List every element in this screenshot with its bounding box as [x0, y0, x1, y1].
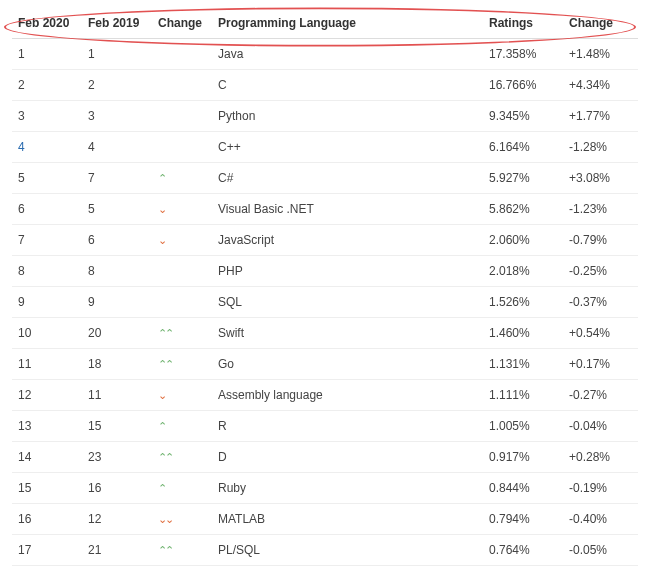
table-row: 1721⌃⌃PL/SQL0.764%-0.05%: [12, 535, 638, 566]
cell-language: Go: [212, 349, 483, 380]
cell-change: ⌃: [152, 411, 212, 442]
cell-language: JavaScript: [212, 225, 483, 256]
chevron-up-icon: ⌃: [158, 173, 167, 184]
cell-rank-now: 10: [12, 318, 82, 349]
chevron-up-icon: ⌃: [158, 421, 167, 432]
cell-rank-now: 7: [12, 225, 82, 256]
cell-ratings: 1.111%: [483, 380, 563, 411]
cell-ratings: 16.766%: [483, 70, 563, 101]
tiobe-rankings-table: Feb 2020 Feb 2019 Change Programming Lan…: [12, 8, 638, 574]
table-row: 33Python9.345%+1.77%: [12, 101, 638, 132]
cell-delta: -0.19%: [563, 473, 638, 504]
chevron-up-icon: ⌃: [158, 483, 167, 494]
cell-delta: -0.04%: [563, 411, 638, 442]
cell-rank-prev: 5: [82, 194, 152, 225]
cell-rank-now: 5: [12, 163, 82, 194]
cell-ratings: 0.794%: [483, 504, 563, 535]
cell-delta: -1.28%: [563, 132, 638, 163]
cell-language: C#: [212, 163, 483, 194]
cell-language: Java: [212, 39, 483, 70]
cell-language: Python: [212, 101, 483, 132]
cell-language: C: [212, 70, 483, 101]
cell-rank-now: 8: [12, 256, 82, 287]
cell-rank-prev: 6: [82, 225, 152, 256]
cell-delta: -0.05%: [563, 535, 638, 566]
chevron-down-icon: ⌄: [158, 235, 167, 246]
cell-rank-prev: 14: [82, 566, 152, 575]
chevron-down-icon: ⌄: [158, 390, 167, 401]
table-row: 99SQL1.526%-0.37%: [12, 287, 638, 318]
cell-ratings: 2.060%: [483, 225, 563, 256]
cell-delta: +4.34%: [563, 70, 638, 101]
cell-delta: -0.32%: [563, 566, 638, 575]
table-row: 57⌃C#5.927%+3.08%: [12, 163, 638, 194]
double-chevron-up-icon: ⌃⌃: [158, 359, 172, 370]
cell-ratings: 2.018%: [483, 256, 563, 287]
cell-language: Ruby: [212, 473, 483, 504]
cell-ratings: 1.005%: [483, 411, 563, 442]
cell-delta: -0.37%: [563, 287, 638, 318]
cell-rank-now: 1: [12, 39, 82, 70]
table-row: 1020⌃⌃Swift1.460%+0.54%: [12, 318, 638, 349]
cell-ratings: 1.526%: [483, 287, 563, 318]
cell-rank-now: 13: [12, 411, 82, 442]
table-row: 22C16.766%+4.34%: [12, 70, 638, 101]
cell-delta: -0.25%: [563, 256, 638, 287]
cell-change: ⌃: [152, 473, 212, 504]
header-feb-2020[interactable]: Feb 2020: [12, 8, 82, 39]
cell-change: ⌃⌃: [152, 349, 212, 380]
table-row: 11Java17.358%+1.48%: [12, 39, 638, 70]
header-ratings[interactable]: Ratings: [483, 8, 563, 39]
cell-rank-prev: 11: [82, 380, 152, 411]
table-row: 44C++6.164%-1.28%: [12, 132, 638, 163]
cell-language: MATLAB: [212, 504, 483, 535]
header-language[interactable]: Programming Language: [212, 8, 483, 39]
cell-delta: +0.17%: [563, 349, 638, 380]
cell-language: R: [212, 411, 483, 442]
double-chevron-up-icon: ⌃⌃: [158, 545, 172, 556]
cell-rank-now: 12: [12, 380, 82, 411]
table-row: 1118⌃⌃Go1.131%+0.17%: [12, 349, 638, 380]
double-chevron-up-icon: ⌃⌃: [158, 328, 172, 339]
cell-rank-now: 9: [12, 287, 82, 318]
cell-rank-now: 11: [12, 349, 82, 380]
cell-ratings: 1.131%: [483, 349, 563, 380]
cell-language: D: [212, 442, 483, 473]
cell-change: ⌃⌃: [152, 318, 212, 349]
table-row: 1211⌄Assembly language1.111%-0.27%: [12, 380, 638, 411]
table-row: 1612⌄⌄MATLAB0.794%-0.40%: [12, 504, 638, 535]
cell-change: ⌄: [152, 380, 212, 411]
cell-change: ⌃⌃: [152, 442, 212, 473]
header-delta[interactable]: Change: [563, 8, 638, 39]
cell-delta: +1.48%: [563, 39, 638, 70]
cell-ratings: 0.764%: [483, 535, 563, 566]
cell-language: C++: [212, 132, 483, 163]
cell-delta: +0.28%: [563, 442, 638, 473]
cell-rank-prev: 2: [82, 70, 152, 101]
cell-rank-now: 3: [12, 101, 82, 132]
cell-change: [152, 39, 212, 70]
cell-change: [152, 132, 212, 163]
cell-rank-now: 14: [12, 442, 82, 473]
cell-change: ⌃: [152, 163, 212, 194]
cell-change: ⌃⌃: [152, 535, 212, 566]
cell-change: [152, 256, 212, 287]
cell-rank-now: 16: [12, 504, 82, 535]
cell-rank-prev: 20: [82, 318, 152, 349]
cell-ratings: 5.862%: [483, 194, 563, 225]
table-row: 1423⌃⌃D0.917%+0.28%: [12, 442, 638, 473]
cell-rank-prev: 18: [82, 349, 152, 380]
cell-rank-prev: 16: [82, 473, 152, 504]
table-row: 1516⌃Ruby0.844%-0.19%: [12, 473, 638, 504]
cell-delta: +0.54%: [563, 318, 638, 349]
cell-change: ⌄: [152, 225, 212, 256]
cell-language: SQL: [212, 287, 483, 318]
cell-rank-now: 4: [12, 132, 82, 163]
header-change[interactable]: Change: [152, 8, 212, 39]
table-header-row: Feb 2020 Feb 2019 Change Programming Lan…: [12, 8, 638, 39]
header-feb-2019[interactable]: Feb 2019: [82, 8, 152, 39]
cell-rank-prev: 7: [82, 163, 152, 194]
cell-delta: -0.79%: [563, 225, 638, 256]
table-row: 1315⌃R1.005%-0.04%: [12, 411, 638, 442]
chevron-down-icon: ⌄: [158, 204, 167, 215]
